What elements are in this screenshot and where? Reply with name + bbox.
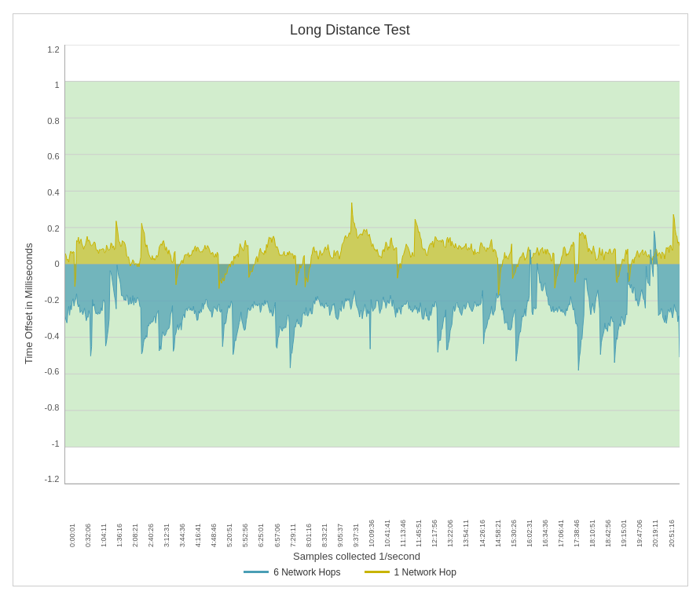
x-tick: 14:26:16 (478, 484, 486, 547)
y-tick: 1 (54, 80, 59, 89)
chart-svg (65, 45, 680, 484)
chart-title: Long Distance Test (290, 22, 410, 38)
x-tick-wrap: 20:51:16 (663, 484, 679, 547)
x-tick: 14:58:21 (494, 484, 502, 547)
y-tick: -0.2 (45, 295, 60, 305)
x-tick: 16:02:31 (526, 484, 533, 547)
x-tick: 18:42:56 (604, 484, 612, 547)
x-tick-wrap: 6:57:06 (269, 484, 285, 547)
legend-label-6hops: 6 Network Hops (273, 567, 340, 578)
x-tick-wrap: 16:34:36 (537, 484, 553, 547)
x-tick-wrap: 6:25:01 (253, 484, 269, 547)
x-tick: 10:41:41 (383, 484, 391, 547)
x-tick-wrap: 9:05:37 (332, 484, 348, 547)
x-tick-wrap: 2:08:21 (127, 484, 143, 547)
x-tick-wrap: 8:33:21 (317, 484, 332, 547)
x-tick-wrap: 10:41:41 (379, 484, 395, 547)
x-tick: 4:16:41 (194, 484, 202, 547)
chart-container: Long Distance Test Time Offset in Millis… (13, 13, 688, 586)
x-tick: 11:13:46 (399, 484, 407, 547)
x-tick-wrap: 4:16:41 (190, 484, 206, 547)
x-tick: 5:52:56 (241, 484, 249, 547)
y-tick: -0.4 (45, 331, 60, 341)
x-tick-wrap: 18:42:56 (600, 484, 616, 547)
legend-item-6hops: 6 Network Hops (244, 567, 340, 578)
x-tick: 10:09:36 (368, 484, 376, 547)
legend-label-1hop: 1 Network Hop (394, 567, 456, 578)
chart-right: 1.210.80.60.40.20-0.2-0.4-0.6-0.8-1-1.2 … (35, 45, 680, 562)
x-tick-wrap: 1:36:16 (112, 484, 127, 547)
x-tick-wrap: 3:44:36 (174, 484, 190, 547)
x-tick-wrap: 4:48:46 (206, 484, 222, 547)
x-tick-wrap: 13:54:11 (458, 484, 474, 547)
x-tick: 19:47:06 (636, 484, 643, 547)
x-tick-wrap: 19:47:06 (632, 484, 647, 547)
y-tick: 0.4 (47, 188, 59, 197)
x-tick: 8:33:21 (321, 484, 328, 547)
legend-line-6hops (244, 571, 269, 573)
x-tick: 3:12:31 (163, 484, 170, 547)
y-tick: -0.6 (45, 367, 60, 376)
legend-item-1hop: 1 Network Hop (365, 567, 456, 578)
x-tick-wrap: 10:09:36 (364, 484, 379, 547)
x-tick: 17:06:41 (557, 484, 565, 547)
x-tick: 20:51:16 (668, 484, 676, 547)
y-tick: -0.8 (45, 403, 60, 412)
x-tick-wrap: 11:13:46 (395, 484, 411, 547)
x-tick-wrap: 13:22:06 (442, 484, 458, 547)
x-tick-wrap: 16:02:31 (522, 484, 537, 547)
x-tick: 9:05:37 (336, 484, 344, 547)
x-tick-wrap: 12:17:56 (427, 484, 442, 547)
plot-area-wrapper: 1.210.80.60.40.20-0.2-0.4-0.6-0.8-1-1.2 (35, 45, 680, 484)
x-tick: 17:38:46 (573, 484, 581, 547)
x-tick-wrap: 17:06:41 (553, 484, 569, 547)
x-tick: 6:57:06 (273, 484, 281, 547)
x-tick-wrap: 19:15:01 (616, 484, 632, 547)
x-axis-label: Samples collected 1/second (35, 547, 680, 562)
x-tick: 11:45:51 (415, 484, 423, 547)
x-ticks-row: 0:00:010:32:061:04:111:36:162:08:212:40:… (35, 484, 680, 547)
x-tick: 1:04:11 (100, 484, 108, 547)
y-tick: 0.6 (47, 152, 59, 161)
x-tick-wrap: 9:37:31 (348, 484, 364, 547)
x-tick-wrap: 18:10:51 (585, 484, 600, 547)
legend: 6 Network Hops 1 Network Hop (244, 567, 456, 578)
x-tick: 20:19:11 (651, 484, 659, 547)
x-tick: 19:15:01 (620, 484, 628, 547)
x-tick-wrap: 8:01:16 (301, 484, 317, 547)
x-tick-wrap: 7:29:11 (285, 484, 301, 547)
x-tick: 13:54:11 (462, 484, 470, 547)
x-tick: 13:22:06 (446, 484, 454, 547)
x-tick: 7:29:11 (289, 484, 297, 547)
x-tick-wrap: 5:20:51 (222, 484, 237, 547)
x-tick-wrap: 0:00:01 (64, 484, 80, 547)
y-tick: 0.2 (47, 224, 59, 233)
x-tick: 2:40:26 (147, 484, 155, 547)
x-tick-wrap: 2:40:26 (143, 484, 159, 547)
x-tick-wrap: 5:52:56 (237, 484, 253, 547)
y-tick: 0 (54, 259, 59, 268)
x-tick: 9:37:31 (352, 484, 360, 547)
x-tick: 4:48:46 (210, 484, 218, 547)
x-tick-wrap: 17:38:46 (569, 484, 585, 547)
x-tick-wrap: 15:30:26 (506, 484, 522, 547)
x-tick-wrap: 1:04:11 (96, 484, 112, 547)
x-tick-wrap: 14:26:16 (475, 484, 490, 547)
x-tick: 6:25:01 (257, 484, 265, 547)
x-tick: 0:00:01 (68, 484, 76, 547)
legend-line-1hop (365, 571, 390, 573)
x-tick: 5:20:51 (225, 484, 233, 547)
x-tick: 0:32:06 (84, 484, 92, 547)
x-tick: 16:34:36 (541, 484, 549, 547)
y-tick: 0.8 (47, 116, 59, 126)
x-tick-wrap: 14:58:21 (490, 484, 506, 547)
plot-area (64, 45, 680, 484)
y-ticks: 1.210.80.60.40.20-0.2-0.4-0.6-0.8-1-1.2 (35, 45, 64, 484)
y-tick: -1.2 (45, 474, 60, 484)
x-axis-area: 0:00:010:32:061:04:111:36:162:08:212:40:… (35, 484, 680, 562)
chart-body: Time Offset in Milliseconds 1.210.80.60.… (21, 45, 680, 562)
y-axis-label: Time Offset in Milliseconds (21, 45, 35, 562)
x-tick: 15:30:26 (510, 484, 518, 547)
x-tick: 18:10:51 (588, 484, 596, 547)
x-tick-wrap: 20:19:11 (647, 484, 663, 547)
